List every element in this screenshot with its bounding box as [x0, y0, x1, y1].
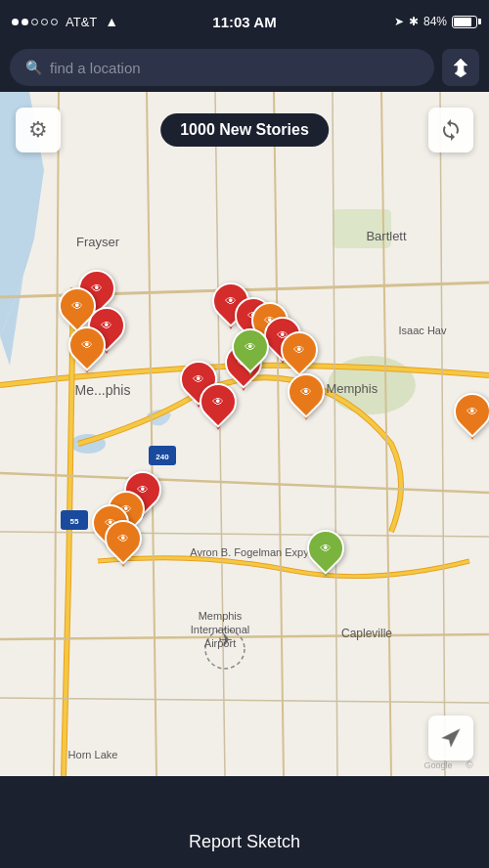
map-label-text: 1000 New Stories — [180, 121, 309, 138]
svg-text:Me...phis: Me...phis — [75, 382, 131, 398]
status-left: AT&T ▲ — [12, 14, 118, 29]
signal-dots — [12, 19, 58, 25]
map-pin[interactable]: 👁 — [452, 393, 489, 442]
signal-dot-5 — [51, 19, 58, 25]
status-time: 11:03 AM — [212, 14, 276, 30]
map-pin[interactable]: 👁 — [103, 520, 144, 569]
signal-dot-2 — [22, 19, 28, 25]
route-button[interactable] — [442, 49, 479, 86]
map-pin[interactable]: 👁 — [305, 530, 346, 579]
route-icon — [450, 57, 471, 78]
report-sketch-label: Report Sketch — [189, 832, 300, 852]
svg-text:©: © — [466, 760, 473, 770]
svg-text:Airport: Airport — [204, 637, 236, 649]
svg-text:Isaac Hav: Isaac Hav — [399, 325, 447, 336]
search-icon: 🔍 — [25, 60, 42, 75]
status-right: ➤ ✱ 84% — [394, 15, 477, 28]
map-background: 240 55 ✈ Frayser Bartlett East Memphis I… — [0, 92, 489, 776]
search-bar-container: 🔍 find a location — [0, 43, 489, 92]
svg-text:Google: Google — [423, 760, 452, 770]
svg-text:Frayser: Frayser — [76, 235, 120, 249]
battery-indicator — [452, 16, 477, 28]
carrier-label: AT&T — [66, 15, 97, 29]
battery-percent: 84% — [423, 15, 447, 28]
svg-text:Capleville: Capleville — [341, 627, 392, 640]
svg-text:Horn Lake: Horn Lake — [68, 749, 118, 760]
settings-button[interactable]: ⚙ — [16, 108, 61, 152]
gear-icon: ⚙ — [28, 117, 48, 143]
search-input[interactable]: 🔍 find a location — [10, 49, 434, 86]
search-placeholder: find a location — [50, 60, 141, 76]
wifi-icon: ▲ — [105, 14, 118, 29]
status-bar: AT&T ▲ 11:03 AM ➤ ✱ 84% — [0, 0, 489, 43]
svg-text:International: International — [191, 624, 250, 635]
svg-text:240: 240 — [156, 453, 169, 461]
map-pin[interactable]: 👁 — [198, 383, 239, 432]
battery-fill — [454, 18, 471, 26]
location-arrow-icon — [440, 727, 462, 749]
map-pin[interactable]: 👁 — [67, 326, 108, 375]
signal-dot-1 — [12, 19, 19, 25]
bluetooth-icon: ✱ — [409, 15, 419, 28]
svg-text:Bartlett: Bartlett — [366, 229, 407, 243]
signal-dot-4 — [41, 19, 48, 25]
bottom-bar[interactable]: Report Sketch — [0, 815, 489, 868]
map-pin[interactable]: 👁 — [230, 328, 271, 377]
refresh-button[interactable] — [428, 108, 473, 152]
my-location-button[interactable] — [428, 716, 473, 760]
svg-text:Avron B. Fogelman Expy: Avron B. Fogelman Expy — [190, 546, 309, 558]
map-label-pill: 1000 New Stories — [160, 113, 329, 147]
map-pin[interactable]: 👁 — [286, 373, 327, 422]
map-container[interactable]: 240 55 ✈ Frayser Bartlett East Memphis I… — [0, 92, 489, 776]
signal-dot-3 — [31, 19, 38, 25]
svg-text:Memphis: Memphis — [199, 610, 243, 622]
svg-text:55: 55 — [70, 517, 79, 526]
refresh-icon — [439, 118, 463, 142]
location-icon: ➤ — [394, 15, 404, 28]
